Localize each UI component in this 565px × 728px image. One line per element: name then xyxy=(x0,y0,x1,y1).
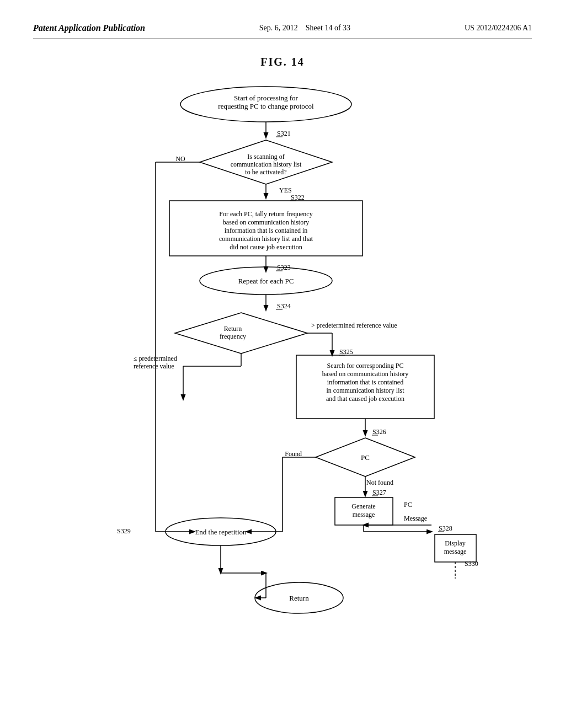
svg-text:End the repetition: End the repetition xyxy=(195,528,247,536)
sheet-info: Sheet 14 of 33 xyxy=(306,24,350,32)
svg-text:Display: Display xyxy=(445,539,465,547)
svg-text:Search for corresponding PC: Search for corresponding PC xyxy=(327,362,404,370)
svg-text:S330: S330 xyxy=(465,560,478,568)
svg-text:S326: S326 xyxy=(372,428,386,436)
diagram-container: FIG. 14 Start of processing for requesti… xyxy=(33,56,532,686)
page-header: Patent Application Publication Sep. 6, 2… xyxy=(33,22,532,39)
svg-text:based on communication history: based on communication history xyxy=(223,218,309,226)
publication-date: Sep. 6, 2012 xyxy=(259,24,298,32)
svg-text:Not found: Not found xyxy=(366,479,393,486)
flowchart-svg: Start of processing for requesting PC to… xyxy=(84,79,481,686)
figure-title: FIG. 14 xyxy=(260,56,305,68)
svg-text:S324: S324 xyxy=(277,302,291,310)
publication-title: Patent Application Publication xyxy=(33,22,145,34)
svg-text:requesting PC to change protoc: requesting PC to change protocol xyxy=(218,102,314,110)
svg-text:PC: PC xyxy=(361,453,370,462)
svg-text:Repeat for each PC: Repeat for each PC xyxy=(238,277,294,285)
svg-text:message: message xyxy=(353,511,375,518)
svg-text:≤ predetermined: ≤ predetermined xyxy=(134,355,177,362)
svg-text:PC: PC xyxy=(404,501,412,508)
svg-text:Return: Return xyxy=(289,594,309,602)
svg-text:to be activated?: to be activated? xyxy=(245,168,286,176)
page: Patent Application Publication Sep. 6, 2… xyxy=(0,0,565,728)
svg-text:reference value: reference value xyxy=(134,362,174,370)
svg-text:communication history list: communication history list xyxy=(231,160,302,168)
svg-text:did not cause job execution: did not cause job execution xyxy=(230,243,302,251)
svg-text:based on communication history: based on communication history xyxy=(322,370,408,378)
svg-text:communication history list and: communication history list and that xyxy=(219,235,313,243)
svg-text:Found: Found xyxy=(285,450,302,458)
svg-text:information that is contained : information that is contained in xyxy=(225,227,308,234)
svg-text:S322: S322 xyxy=(291,194,305,201)
svg-text:Is scanning of: Is scanning of xyxy=(247,153,284,160)
svg-text:S325: S325 xyxy=(339,348,353,356)
svg-text:Return: Return xyxy=(224,325,242,333)
svg-text:S328: S328 xyxy=(439,524,452,532)
svg-text:YES: YES xyxy=(279,186,292,194)
svg-text:For each PC, tally return freq: For each PC, tally return frequency xyxy=(219,210,312,218)
svg-text:Start of processing for: Start of processing for xyxy=(234,94,299,102)
svg-text:> predetermined reference valu: > predetermined reference value xyxy=(311,322,397,329)
svg-text:message: message xyxy=(444,548,467,555)
svg-text:S321: S321 xyxy=(277,130,291,137)
svg-text:S329: S329 xyxy=(117,527,131,535)
header-center: Sep. 6, 2012 Sheet 14 of 33 xyxy=(259,22,350,34)
svg-text:information that is contained: information that is contained xyxy=(327,378,403,386)
svg-text:frequency: frequency xyxy=(220,333,246,340)
svg-text:Generate: Generate xyxy=(351,502,375,510)
svg-text:and that caused job execution: and that caused job execution xyxy=(326,395,404,403)
svg-text:in communication history list: in communication history list xyxy=(327,387,405,394)
svg-text:Message: Message xyxy=(404,515,427,522)
svg-text:NO: NO xyxy=(175,155,185,163)
patent-number: US 2012/0224206 A1 xyxy=(465,22,532,34)
svg-text:S327: S327 xyxy=(372,489,386,496)
